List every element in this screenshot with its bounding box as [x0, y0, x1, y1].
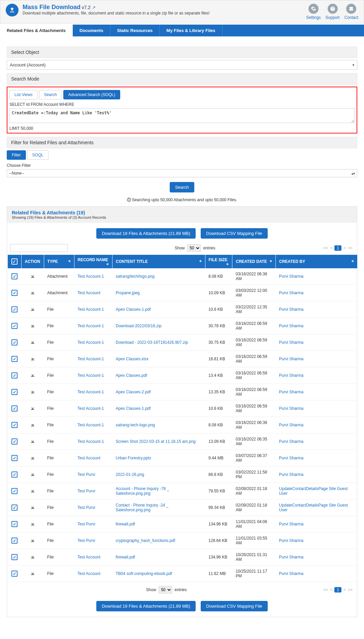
download-icon[interactable]	[30, 571, 35, 577]
row-checkbox[interactable]: ✓	[11, 571, 18, 577]
row-checkbox[interactable]: ✓	[11, 389, 18, 395]
content-link[interactable]: Urban Forestry.pptx	[116, 456, 151, 460]
content-link[interactable]: 2022-01-26.png	[116, 472, 144, 477]
column-header[interactable]: FILE SIZE◆	[205, 255, 232, 268]
createdby-link[interactable]: Purvi Sharma	[279, 555, 304, 559]
download-icon[interactable]	[30, 521, 35, 527]
createdby-link[interactable]: Purvi Sharma	[279, 373, 304, 378]
download-icon[interactable]	[30, 306, 35, 313]
createdby-link[interactable]: Purvi Sharma	[279, 274, 304, 279]
download-icon[interactable]	[30, 438, 35, 445]
createdby-link[interactable]: Purvi Sharma	[279, 340, 304, 345]
record-link[interactable]: Test Account-1	[77, 340, 104, 345]
download-icon[interactable]	[30, 554, 35, 560]
download-icon[interactable]	[30, 372, 35, 379]
download-icon[interactable]	[30, 389, 35, 395]
createdby-link[interactable]: Purvi Sharma	[279, 357, 304, 361]
record-link[interactable]: Test Account-1	[77, 274, 104, 279]
row-checkbox[interactable]: ✓	[11, 405, 18, 412]
download-icon[interactable]	[30, 488, 35, 494]
record-link[interactable]: Test Account-1	[77, 373, 104, 378]
row-checkbox[interactable]: ✓	[11, 273, 18, 279]
entries-select[interactable]: 50	[187, 244, 201, 252]
content-link[interactable]: satrang/tech/logo.png	[116, 274, 155, 279]
soql-textarea[interactable]: CreatedDate =:Today and Name Like 'Test%…	[9, 108, 355, 123]
content-link[interactable]: Download - 2022-03-16T191426.907.zip	[116, 340, 188, 345]
download-icon[interactable]	[30, 339, 35, 346]
settings-button[interactable]: Settings	[306, 4, 321, 20]
createdby-link[interactable]: Purvi Sharma	[279, 538, 304, 543]
content-link[interactable]: Apex Classes.pdf	[116, 373, 147, 378]
content-link[interactable]: Contact - Phone Inquiry -24 _ Salesforce…	[116, 503, 169, 512]
row-checkbox[interactable]: ✓	[11, 356, 18, 362]
row-checkbox[interactable]: ✓	[11, 471, 18, 478]
main-tab[interactable]: Static Resources	[110, 25, 160, 36]
record-link[interactable]: Test Purvi	[77, 538, 95, 543]
record-link[interactable]: Test Purvi	[77, 489, 95, 493]
object-select[interactable]: Account (Account) ▾	[7, 60, 357, 70]
content-link[interactable]: Apex Classes.xlsx	[116, 357, 148, 361]
support-button[interactable]: Support	[326, 4, 340, 20]
row-checkbox[interactable]: ✓	[11, 306, 18, 312]
row-checkbox[interactable]: ✓	[11, 488, 18, 494]
row-checkbox[interactable]: ✓	[11, 422, 18, 428]
createdby-link[interactable]: UpdateContactDetailsPage Site Guest User	[279, 503, 348, 512]
filter-select[interactable]: --None-- ▴▾	[7, 169, 357, 177]
download-files-button-bottom[interactable]: Download 19 Files & Attachments (21.89 M…	[96, 601, 195, 611]
download-icon[interactable]	[30, 290, 35, 296]
column-header[interactable]: ACTION	[21, 255, 44, 268]
createdby-link[interactable]: UpdateContactDetailsPage Site Guest User	[279, 486, 348, 496]
download-icon[interactable]	[30, 455, 35, 461]
record-link[interactable]: Test Account-1	[77, 423, 104, 427]
column-header[interactable]: CREATED DATE◆	[232, 255, 276, 268]
createdby-link[interactable]: Purvi Sharma	[279, 324, 304, 328]
search-mode-tab[interactable]: Advanced Search (SOQL)	[63, 90, 120, 99]
record-link[interactable]: Test Account-1	[77, 390, 104, 394]
record-link[interactable]: Test Account-1	[77, 324, 104, 328]
record-link[interactable]: Test Account	[77, 555, 100, 559]
content-link[interactable]: satrang-tech-logo.png	[116, 423, 155, 427]
filter-tab[interactable]: SOQL	[27, 150, 48, 160]
column-header[interactable]: TYPE◆	[44, 255, 74, 268]
createdby-link[interactable]: Purvi Sharma	[279, 439, 304, 444]
createdby-link[interactable]: Purvi Sharma	[279, 390, 304, 394]
record-link[interactable]: Test Purvi	[77, 472, 95, 477]
content-link[interactable]: Screen Shot 2022-03-15 at 11.18.15 am.pn…	[116, 439, 196, 444]
content-link[interactable]: cryptography_hash_functions.pdf	[116, 538, 175, 543]
select-all-checkbox[interactable]: ✓	[11, 258, 18, 265]
content-link[interactable]: Propane.jpeg	[116, 291, 140, 295]
row-checkbox[interactable]: ✓	[11, 521, 18, 527]
record-link[interactable]: Test Account-1	[77, 357, 104, 361]
record-link[interactable]: Test Account	[77, 571, 100, 576]
row-checkbox[interactable]: ✓	[11, 438, 18, 445]
search-mode-tab[interactable]: List Views	[9, 90, 38, 99]
content-link[interactable]: Account - Phone Inquiry -78 _ Salesforce…	[116, 486, 169, 496]
row-checkbox[interactable]: ✓	[11, 339, 18, 345]
main-tab[interactable]: My Files & Library Files	[160, 25, 222, 36]
download-icon[interactable]	[30, 471, 35, 478]
createdby-link[interactable]: Purvi Sharma	[279, 522, 304, 526]
content-link[interactable]: Apex Classes-2.pdf	[116, 390, 151, 394]
entries-select-bottom[interactable]: 50	[159, 586, 172, 594]
download-icon[interactable]	[30, 405, 35, 412]
download-csv-button[interactable]: Download CSV Mapping File	[201, 228, 267, 239]
download-icon[interactable]	[30, 422, 35, 428]
createdby-link[interactable]: Purvi Sharma	[279, 456, 304, 460]
row-checkbox[interactable]: ✓	[11, 538, 18, 544]
record-link[interactable]: Test Account	[77, 456, 100, 460]
createdby-link[interactable]: Purvi Sharma	[279, 423, 304, 427]
download-icon[interactable]	[30, 323, 35, 329]
column-header[interactable]: ✓	[8, 255, 21, 268]
content-link[interactable]: firewall.pdf	[116, 522, 135, 526]
row-checkbox[interactable]: ✓	[11, 290, 18, 296]
row-checkbox[interactable]: ✓	[11, 554, 18, 560]
download-icon[interactable]	[30, 273, 35, 280]
content-link[interactable]: Download-2022/03/16.zip	[116, 324, 162, 328]
record-link[interactable]: Test Account-1	[77, 439, 104, 444]
record-link[interactable]: Test Account-1	[77, 406, 104, 411]
pager-top[interactable]: <<<1>>>	[322, 245, 354, 251]
search-mode-tab[interactable]: Search	[39, 90, 62, 99]
main-tab[interactable]: Documents	[73, 25, 110, 36]
row-checkbox[interactable]: ✓	[11, 323, 18, 329]
pager-bottom[interactable]: <<<1>>>	[322, 587, 354, 592]
